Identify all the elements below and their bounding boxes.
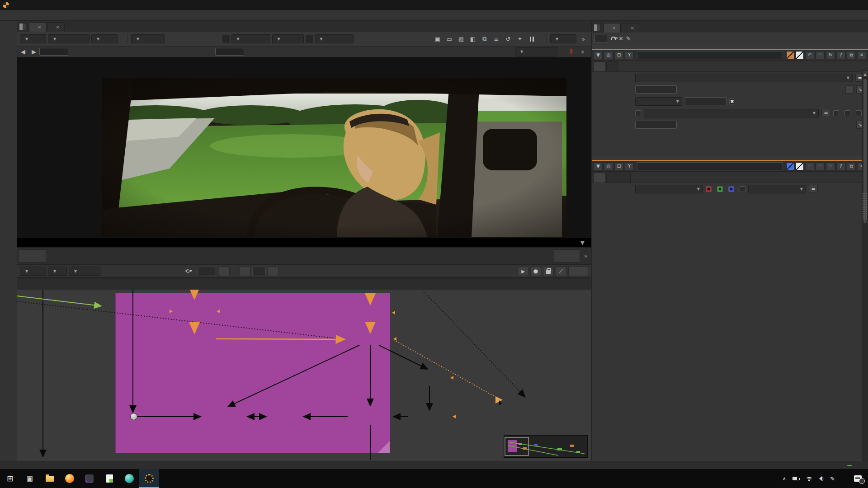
gl-color-swatch[interactable] bbox=[796, 51, 804, 59]
current-frame-input[interactable] bbox=[197, 267, 215, 276]
red-checkbox[interactable]: ✖ bbox=[706, 186, 712, 192]
blur-size-slider[interactable] bbox=[679, 85, 843, 94]
revert-icon[interactable]: ↻ bbox=[826, 162, 835, 170]
help-icon[interactable]: ? bbox=[836, 51, 845, 59]
mix-slider[interactable] bbox=[679, 121, 854, 129]
properties-scrollbar[interactable]: ▲ bbox=[862, 70, 868, 482]
sample-brush-icon[interactable]: ✎ bbox=[564, 45, 578, 59]
alpha-layer-dropdown[interactable]: ▼ bbox=[48, 34, 90, 43]
wifi-icon[interactable] bbox=[806, 476, 813, 481]
invert-checkbox[interactable] bbox=[844, 110, 850, 116]
display-channels-dropdown[interactable]: ▼ bbox=[91, 34, 118, 43]
wipe-frame-icon[interactable]: ▣ bbox=[433, 34, 443, 43]
tf-dropdown[interactable]: ▼ bbox=[48, 267, 67, 276]
checker-icon[interactable]: ▨ bbox=[456, 34, 466, 43]
close-icon[interactable]: ✕ bbox=[56, 25, 59, 30]
collapse-icon[interactable]: ▼ bbox=[594, 51, 603, 59]
range-mode-dropdown[interactable]: ▼ bbox=[69, 267, 101, 276]
revert-icon[interactable]: ↻ bbox=[826, 51, 835, 59]
wipe-mode-dropdown[interactable]: ▼ bbox=[272, 34, 304, 43]
tab-background-renders[interactable]: ✕ bbox=[622, 23, 639, 33]
refresh-icon[interactable]: ↺ bbox=[503, 34, 513, 43]
more-chevron-icon[interactable]: » bbox=[578, 34, 588, 43]
nodegraph-canvas[interactable] bbox=[17, 290, 591, 461]
nuke-taskbar-button[interactable] bbox=[139, 469, 159, 488]
inject-checkbox[interactable] bbox=[833, 110, 839, 116]
gamma-toggle-icon[interactable]: ◧ bbox=[468, 34, 478, 43]
float-icon[interactable]: ⧉ bbox=[847, 162, 856, 170]
b-input-dropdown[interactable]: ▼ bbox=[315, 34, 354, 43]
mix-input[interactable] bbox=[635, 121, 677, 129]
node-name-field[interactable] bbox=[637, 51, 783, 59]
info-chevron-icon[interactable]: ▼ bbox=[580, 239, 585, 246]
pause-icon[interactable] bbox=[527, 34, 537, 43]
roi-icon[interactable]: ⌖ bbox=[515, 34, 525, 43]
crop-checkbox[interactable]: ✖ bbox=[729, 99, 735, 104]
flipbook-play-icon[interactable]: ▶ bbox=[518, 267, 528, 276]
tab-viewer2[interactable]: ✕ bbox=[47, 22, 64, 32]
proxy-ratio-dropdown[interactable]: ▼ bbox=[550, 34, 576, 43]
node-name-field[interactable] bbox=[637, 162, 783, 170]
fstop-prev-icon[interactable]: ◀ bbox=[20, 47, 26, 56]
loop-mode-icon[interactable]: ⟲▼ bbox=[184, 267, 193, 276]
extra-channel-dropdown[interactable]: ▼ bbox=[748, 185, 806, 193]
viewer-gain-input[interactable] bbox=[39, 48, 68, 56]
green-checkbox[interactable]: ✖ bbox=[717, 186, 723, 192]
viewer-viewport[interactable]: ▼ bbox=[17, 57, 591, 247]
scanline-icon[interactable]: ≡ bbox=[491, 34, 501, 43]
teal-app-button[interactable] bbox=[119, 469, 139, 488]
dot-node[interactable] bbox=[130, 413, 137, 420]
float-icon[interactable]: ⧉ bbox=[847, 51, 856, 59]
maximize-button[interactable] bbox=[827, 0, 848, 10]
undo-icon[interactable]: ↶ bbox=[805, 51, 814, 59]
tab-colorcorrect[interactable] bbox=[594, 173, 605, 183]
float-panel-icon[interactable]: ⊟ bbox=[614, 162, 623, 170]
channel-link-button[interactable]: = bbox=[809, 185, 818, 193]
edit-icon[interactable]: ✎ bbox=[626, 35, 631, 42]
a-input-dropdown[interactable]: ▼ bbox=[231, 34, 270, 43]
volume-icon[interactable]: ) bbox=[819, 476, 824, 482]
notepad-button[interactable] bbox=[99, 469, 119, 488]
skip-forward-button[interactable] bbox=[268, 267, 278, 276]
dark-app-button[interactable] bbox=[80, 469, 99, 488]
viewer-lut-dropdown[interactable]: ▼ bbox=[131, 34, 165, 43]
undo-icon[interactable]: ↶ bbox=[805, 162, 814, 170]
collapse-icon[interactable]: ▼ bbox=[594, 162, 603, 170]
task-view-button[interactable]: ▣ bbox=[20, 469, 40, 488]
collapse-chevron-icon[interactable]: » bbox=[579, 47, 588, 57]
tab-node[interactable] bbox=[606, 61, 618, 71]
timeline-ruler[interactable] bbox=[49, 248, 551, 264]
mask-dropdown[interactable]: ▼ bbox=[644, 109, 819, 117]
lock-range-icon[interactable] bbox=[543, 267, 554, 276]
filter-dropdown[interactable]: ▼ bbox=[635, 97, 682, 106]
filter-size-input[interactable] bbox=[685, 97, 726, 105]
stop-button[interactable] bbox=[219, 267, 230, 276]
panel-corner-icon[interactable] bbox=[594, 24, 601, 31]
pen-icon[interactable]: ✎ bbox=[830, 475, 835, 482]
blur-channels-dropdown[interactable]: ▼ bbox=[635, 74, 853, 82]
overlay-icon[interactable]: ⧉ bbox=[480, 34, 490, 43]
redo-icon[interactable]: ↷ bbox=[816, 162, 825, 170]
fstop-next-icon[interactable]: ▶ bbox=[31, 47, 37, 56]
minimize-button[interactable] bbox=[807, 0, 827, 10]
tab-ranges[interactable] bbox=[606, 173, 618, 183]
node-color-swatch[interactable] bbox=[786, 162, 794, 170]
pin-icon[interactable]: Y bbox=[625, 51, 634, 59]
center-node-icon[interactable]: ◎ bbox=[604, 51, 613, 59]
timeline-chevron-icon[interactable]: » bbox=[581, 248, 591, 264]
start-button[interactable]: ⊞ bbox=[0, 469, 20, 488]
tab-node[interactable] bbox=[619, 173, 631, 183]
mask-link-button[interactable]: = bbox=[821, 109, 830, 117]
render-record-icon[interactable]: ● bbox=[530, 267, 541, 276]
tray-chevron-icon[interactable]: ∧ bbox=[783, 476, 786, 482]
extra-channel-checkbox[interactable] bbox=[740, 186, 745, 192]
close-icon[interactable]: ✕ bbox=[612, 26, 616, 31]
close-icon[interactable]: ✕ bbox=[630, 26, 634, 31]
help-icon[interactable]: ? bbox=[836, 162, 845, 170]
frame-icon[interactable]: ▭ bbox=[444, 34, 454, 43]
close-button[interactable] bbox=[848, 0, 868, 10]
frame-range-start-input[interactable] bbox=[18, 249, 46, 263]
viewer-mode-dropdown[interactable]: ▼ bbox=[515, 47, 558, 56]
tab-properties[interactable]: ✕ bbox=[604, 23, 621, 33]
file-explorer-button[interactable] bbox=[40, 469, 60, 488]
